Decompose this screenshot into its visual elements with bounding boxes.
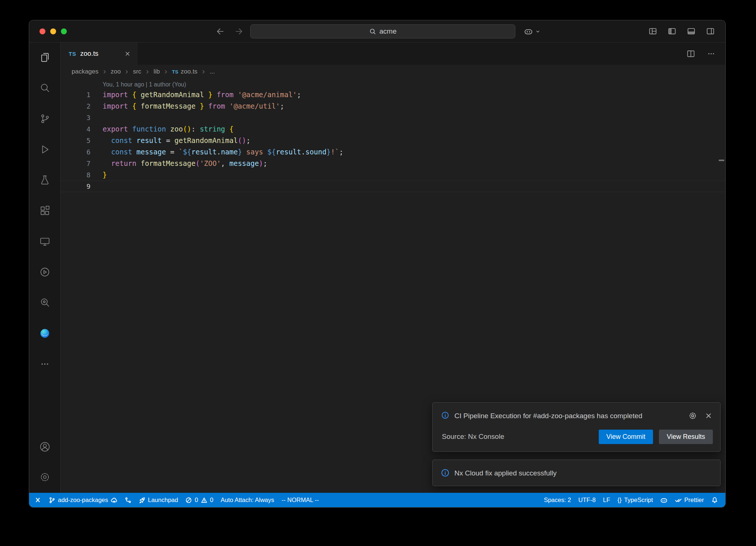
status-commit-graph-button[interactable] xyxy=(121,493,135,507)
code-line[interactable]: 6 const message = `${result.name} says $… xyxy=(61,146,725,158)
chevron-right-icon xyxy=(124,69,130,75)
tab-label: zoo.ts xyxy=(80,50,98,58)
overview-ruler-mark xyxy=(719,160,724,161)
testing-beaker-icon xyxy=(39,174,51,186)
line-number: 5 xyxy=(61,135,90,146)
status-copilot-button[interactable] xyxy=(657,493,671,507)
activity-search-button[interactable] xyxy=(33,76,56,99)
code-text: import { getRandomAnimal } from '@acme/a… xyxy=(103,89,301,100)
files-icon xyxy=(39,52,51,63)
chevron-right-icon xyxy=(102,69,107,75)
status-eol-button[interactable]: LF xyxy=(599,493,614,507)
cloud-upload-icon xyxy=(111,497,117,504)
forward-button[interactable] xyxy=(234,27,244,36)
close-tab-button[interactable] xyxy=(124,50,131,57)
back-button[interactable] xyxy=(216,27,225,36)
status-branch-button[interactable]: add-zoo-packages xyxy=(45,493,121,507)
notification-toast: CI Pipeline Execution for #add-zoo-packa… xyxy=(432,402,721,451)
code-line[interactable]: 3 xyxy=(61,112,725,123)
forward-arrow-icon xyxy=(234,27,244,36)
breadcrumb-item-file[interactable]: TS zoo.ts xyxy=(172,68,197,75)
line-number: 9 xyxy=(61,181,90,192)
double-check-icon xyxy=(675,496,682,504)
code-text: export function zoo(): string { xyxy=(103,123,234,135)
status-notifications-button[interactable] xyxy=(708,493,722,507)
activity-testing-button[interactable] xyxy=(33,168,56,191)
breadcrumb-item[interactable]: lib xyxy=(154,68,160,75)
breadcrumb-item[interactable]: src xyxy=(133,68,141,75)
git-branch-icon xyxy=(49,497,55,504)
minimize-window-button[interactable] xyxy=(50,28,56,34)
remote-explorer-icon xyxy=(39,236,51,247)
breadcrumb-item[interactable]: packages xyxy=(72,68,99,75)
edge-browser-icon xyxy=(39,328,51,339)
source-control-icon xyxy=(39,113,51,124)
activity-bar xyxy=(29,42,61,493)
notification-close-button[interactable] xyxy=(704,412,713,420)
status-vim-mode[interactable]: -- NORMAL -- xyxy=(278,493,323,507)
line-number: 3 xyxy=(61,112,90,123)
vscode-window: acme xyxy=(29,20,726,508)
activity-edge-browser-button[interactable] xyxy=(33,322,56,345)
activity-source-control-button[interactable] xyxy=(33,107,56,130)
settings-gear-icon xyxy=(39,471,51,483)
split-editor-button[interactable] xyxy=(686,49,695,58)
toggle-secondary-sidebar-button[interactable] xyxy=(706,27,715,36)
view-commit-button[interactable]: View Commit xyxy=(599,430,653,444)
code-line[interactable]: 9 xyxy=(61,181,725,192)
view-results-button[interactable]: View Results xyxy=(659,430,713,444)
breadcrumb-item[interactable]: zoo xyxy=(111,68,121,75)
status-problems-button[interactable]: 0 0 xyxy=(182,493,217,507)
split-editor-icon xyxy=(686,49,695,58)
activity-explorer-button[interactable] xyxy=(33,46,56,69)
activity-nx-console-button[interactable] xyxy=(33,260,56,283)
code-line[interactable]: 5 const result = getRandomAnimal(); xyxy=(61,135,725,146)
breadcrumb: packages zoo src lib TS zoo.ts ... xyxy=(61,65,725,79)
breadcrumb-item-symbol[interactable]: ... xyxy=(210,68,215,75)
chevron-right-icon xyxy=(163,69,169,75)
activity-code-search-button[interactable] xyxy=(33,291,56,314)
status-launchpad-button[interactable]: Launchpad xyxy=(135,493,182,507)
code-line[interactable]: 8} xyxy=(61,169,725,181)
copilot-menu-button[interactable] xyxy=(524,27,541,36)
line-number: 1 xyxy=(61,89,90,100)
close-window-button[interactable] xyxy=(39,28,45,34)
notification-settings-button[interactable] xyxy=(688,412,697,420)
line-number: 8 xyxy=(61,169,90,181)
code-text: return formatMessage('ZOO', message); xyxy=(103,158,267,169)
scope-search-icon xyxy=(39,297,51,308)
accounts-button[interactable] xyxy=(33,435,56,458)
code-line[interactable]: 4export function zoo(): string { xyxy=(61,123,725,135)
customize-layout-button[interactable] xyxy=(648,27,657,36)
status-encoding-button[interactable]: UTF-8 xyxy=(575,493,599,507)
settings-button[interactable] xyxy=(33,465,56,488)
chevron-right-icon xyxy=(201,69,206,75)
zoom-window-button[interactable] xyxy=(61,28,67,34)
status-indentation-button[interactable]: Spaces: 2 xyxy=(540,493,574,507)
code-line[interactable]: 1import { getRandomAnimal } from '@acme/… xyxy=(61,89,725,100)
status-bar: add-zoo-packages Launchpad 0 0 Auto Atta… xyxy=(29,493,725,507)
gear-icon xyxy=(688,412,697,420)
code-line[interactable]: 7 return formatMessage('ZOO', message); xyxy=(61,158,725,169)
editor-more-actions-button[interactable] xyxy=(707,49,716,58)
toggle-panel-button[interactable] xyxy=(687,27,696,36)
activity-remote-explorer-button[interactable] xyxy=(33,230,56,253)
code-line[interactable]: 2import { formatMessage } from '@acme/ut… xyxy=(61,100,725,112)
activity-more-views-button[interactable] xyxy=(33,352,56,375)
command-center-search[interactable]: acme xyxy=(250,24,515,38)
activity-run-debug-button[interactable] xyxy=(33,138,56,161)
status-formatter-button[interactable]: Prettier xyxy=(671,493,708,507)
rocket-icon xyxy=(139,497,145,504)
tab-zoo-ts[interactable]: TS zoo.ts xyxy=(61,42,137,65)
notification-center: CI Pipeline Execution for #add-zoo-packa… xyxy=(432,402,721,486)
toggle-primary-sidebar-button[interactable] xyxy=(667,27,677,36)
close-icon xyxy=(124,50,131,57)
status-remote-button[interactable] xyxy=(31,493,45,507)
status-auto-attach-button[interactable]: Auto Attach: Always xyxy=(217,493,278,507)
line-number: 2 xyxy=(61,100,90,112)
info-icon xyxy=(441,468,450,477)
back-arrow-icon xyxy=(216,27,225,36)
typescript-file-icon: TS xyxy=(172,69,179,75)
status-language-button[interactable]: {} TypeScript xyxy=(614,493,657,507)
activity-extensions-button[interactable] xyxy=(33,199,56,222)
